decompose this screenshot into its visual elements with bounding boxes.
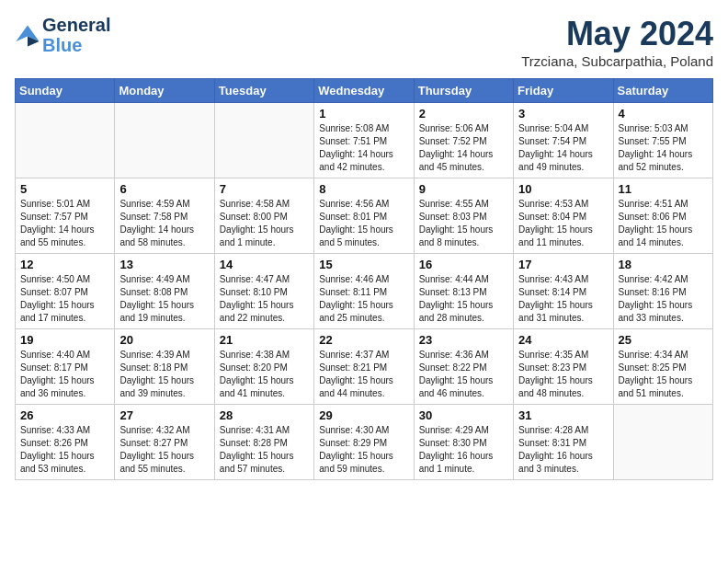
day-number: 12: [20, 258, 109, 271]
day-info: Sunrise: 4:56 AM Sunset: 8:01 PM Dayligh…: [319, 198, 408, 249]
calendar-cell: 12Sunrise: 4:50 AM Sunset: 8:07 PM Dayli…: [16, 254, 115, 329]
logo: General Blue: [15, 15, 110, 55]
weekday-header-friday: Friday: [514, 79, 613, 103]
calendar-cell: 8Sunrise: 4:56 AM Sunset: 8:01 PM Daylig…: [314, 178, 414, 254]
day-number: 30: [419, 408, 508, 422]
day-info: Sunrise: 4:50 AM Sunset: 8:07 PM Dayligh…: [20, 273, 109, 325]
day-number: 11: [619, 182, 708, 196]
day-number: 10: [518, 182, 608, 196]
day-number: 28: [220, 408, 309, 422]
day-number: 13: [119, 258, 209, 271]
day-info: Sunrise: 4:43 AM Sunset: 8:14 PM Dayligh…: [518, 273, 608, 325]
weekday-header-row: SundayMondayTuesdayWednesdayThursdayFrid…: [16, 79, 713, 103]
day-number: 7: [220, 182, 309, 196]
calendar-cell: 3Sunrise: 5:04 AM Sunset: 7:54 PM Daylig…: [514, 103, 613, 178]
calendar-cell: 29Sunrise: 4:30 AM Sunset: 8:29 PM Dayli…: [314, 405, 414, 480]
weekday-header-tuesday: Tuesday: [214, 79, 313, 103]
day-info: Sunrise: 4:31 AM Sunset: 8:28 PM Dayligh…: [220, 424, 309, 476]
calendar-cell: [115, 103, 214, 178]
calendar-week-row: 12Sunrise: 4:50 AM Sunset: 8:07 PM Dayli…: [16, 254, 713, 329]
day-info: Sunrise: 4:34 AM Sunset: 8:25 PM Dayligh…: [619, 349, 708, 400]
calendar-cell: 30Sunrise: 4:29 AM Sunset: 8:30 PM Dayli…: [414, 405, 513, 480]
calendar-cell: 24Sunrise: 4:35 AM Sunset: 8:23 PM Dayli…: [514, 329, 613, 405]
calendar-cell: 10Sunrise: 4:53 AM Sunset: 8:04 PM Dayli…: [514, 178, 613, 254]
calendar-cell: 2Sunrise: 5:06 AM Sunset: 7:52 PM Daylig…: [414, 103, 513, 178]
day-number: 22: [319, 333, 408, 347]
calendar-cell: 31Sunrise: 4:28 AM Sunset: 8:31 PM Dayli…: [514, 405, 613, 480]
location: Trzciana, Subcarpathia, Poland: [521, 53, 713, 69]
calendar-cell: 6Sunrise: 4:59 AM Sunset: 7:58 PM Daylig…: [115, 178, 214, 254]
calendar-cell: 25Sunrise: 4:34 AM Sunset: 8:25 PM Dayli…: [613, 329, 712, 405]
day-info: Sunrise: 4:42 AM Sunset: 8:16 PM Dayligh…: [619, 273, 708, 325]
logo-line1: General: [42, 15, 110, 35]
title-block: May 2024 Trzciana, Subcarpathia, Poland: [521, 15, 713, 69]
calendar-cell: 17Sunrise: 4:43 AM Sunset: 8:14 PM Dayli…: [514, 254, 613, 329]
calendar-cell: 23Sunrise: 4:36 AM Sunset: 8:22 PM Dayli…: [414, 329, 513, 405]
logo-line2: Blue: [42, 35, 110, 55]
month-title: May 2024: [521, 15, 713, 53]
day-number: 8: [319, 182, 408, 196]
calendar-cell: 16Sunrise: 4:44 AM Sunset: 8:13 PM Dayli…: [414, 254, 513, 329]
day-number: 4: [619, 107, 708, 121]
calendar-cell: 7Sunrise: 4:58 AM Sunset: 8:00 PM Daylig…: [214, 178, 313, 254]
day-number: 18: [619, 258, 708, 271]
calendar-week-row: 26Sunrise: 4:33 AM Sunset: 8:26 PM Dayli…: [16, 405, 713, 480]
day-number: 17: [518, 258, 608, 271]
calendar-cell: 4Sunrise: 5:03 AM Sunset: 7:55 PM Daylig…: [613, 103, 712, 178]
page-header: General Blue May 2024 Trzciana, Subcarpa…: [15, 15, 713, 69]
day-number: 14: [220, 258, 309, 271]
calendar-cell: 19Sunrise: 4:40 AM Sunset: 8:17 PM Dayli…: [16, 329, 115, 405]
day-info: Sunrise: 4:40 AM Sunset: 8:17 PM Dayligh…: [20, 349, 109, 400]
day-number: 31: [518, 408, 608, 422]
day-number: 5: [20, 182, 109, 196]
day-number: 20: [119, 333, 209, 347]
weekday-header-saturday: Saturday: [613, 79, 712, 103]
calendar-cell: 26Sunrise: 4:33 AM Sunset: 8:26 PM Dayli…: [16, 405, 115, 480]
day-info: Sunrise: 4:46 AM Sunset: 8:11 PM Dayligh…: [319, 273, 408, 325]
day-number: 29: [319, 408, 408, 422]
calendar-cell: [16, 103, 115, 178]
day-info: Sunrise: 5:03 AM Sunset: 7:55 PM Dayligh…: [619, 122, 708, 174]
day-number: 3: [518, 107, 608, 121]
day-info: Sunrise: 4:51 AM Sunset: 8:06 PM Dayligh…: [619, 198, 708, 249]
day-info: Sunrise: 5:08 AM Sunset: 7:51 PM Dayligh…: [319, 122, 408, 174]
calendar-week-row: 19Sunrise: 4:40 AM Sunset: 8:17 PM Dayli…: [16, 329, 713, 405]
day-info: Sunrise: 4:35 AM Sunset: 8:23 PM Dayligh…: [518, 349, 608, 400]
day-info: Sunrise: 4:33 AM Sunset: 8:26 PM Dayligh…: [20, 424, 109, 476]
day-info: Sunrise: 4:36 AM Sunset: 8:22 PM Dayligh…: [419, 349, 508, 400]
day-info: Sunrise: 4:47 AM Sunset: 8:10 PM Dayligh…: [220, 273, 309, 325]
day-info: Sunrise: 4:38 AM Sunset: 8:20 PM Dayligh…: [220, 349, 309, 400]
day-number: 6: [119, 182, 209, 196]
day-number: 23: [419, 333, 508, 347]
calendar-cell: 21Sunrise: 4:38 AM Sunset: 8:20 PM Dayli…: [214, 329, 313, 405]
day-info: Sunrise: 4:55 AM Sunset: 8:03 PM Dayligh…: [419, 198, 508, 249]
weekday-header-monday: Monday: [115, 79, 214, 103]
calendar-cell: 1Sunrise: 5:08 AM Sunset: 7:51 PM Daylig…: [314, 103, 414, 178]
calendar-cell: 22Sunrise: 4:37 AM Sunset: 8:21 PM Dayli…: [314, 329, 414, 405]
calendar-cell: 27Sunrise: 4:32 AM Sunset: 8:27 PM Dayli…: [115, 405, 214, 480]
calendar-cell: [613, 405, 712, 480]
calendar-cell: 13Sunrise: 4:49 AM Sunset: 8:08 PM Dayli…: [115, 254, 214, 329]
day-info: Sunrise: 4:58 AM Sunset: 8:00 PM Dayligh…: [220, 198, 309, 249]
weekday-header-wednesday: Wednesday: [314, 79, 414, 103]
calendar-week-row: 5Sunrise: 5:01 AM Sunset: 7:57 PM Daylig…: [16, 178, 713, 254]
day-number: 24: [518, 333, 608, 347]
calendar-cell: 20Sunrise: 4:39 AM Sunset: 8:18 PM Dayli…: [115, 329, 214, 405]
day-info: Sunrise: 4:37 AM Sunset: 8:21 PM Dayligh…: [319, 349, 408, 400]
calendar-cell: [214, 103, 313, 178]
calendar-week-row: 1Sunrise: 5:08 AM Sunset: 7:51 PM Daylig…: [16, 103, 713, 178]
day-number: 21: [220, 333, 309, 347]
day-number: 2: [419, 107, 508, 121]
calendar-cell: 9Sunrise: 4:55 AM Sunset: 8:03 PM Daylig…: [414, 178, 513, 254]
day-number: 26: [20, 408, 109, 422]
calendar-cell: 5Sunrise: 5:01 AM Sunset: 7:57 PM Daylig…: [16, 178, 115, 254]
day-number: 9: [419, 182, 508, 196]
logo-icon: [15, 22, 40, 48]
day-info: Sunrise: 4:29 AM Sunset: 8:30 PM Dayligh…: [419, 424, 508, 476]
day-number: 16: [419, 258, 508, 271]
calendar-cell: 28Sunrise: 4:31 AM Sunset: 8:28 PM Dayli…: [214, 405, 313, 480]
day-info: Sunrise: 4:44 AM Sunset: 8:13 PM Dayligh…: [419, 273, 508, 325]
day-number: 1: [319, 107, 408, 121]
calendar-table: SundayMondayTuesdayWednesdayThursdayFrid…: [15, 78, 713, 480]
calendar-cell: 15Sunrise: 4:46 AM Sunset: 8:11 PM Dayli…: [314, 254, 414, 329]
